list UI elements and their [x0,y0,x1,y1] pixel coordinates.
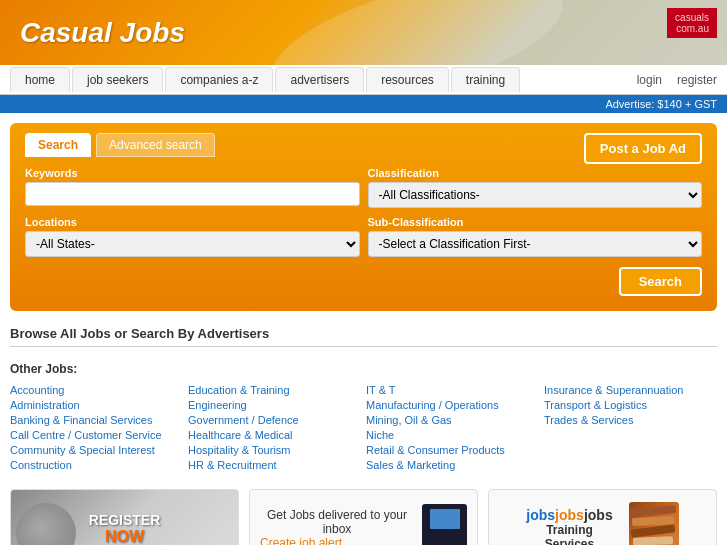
sidebar-item-companies-az[interactable]: companies a-z [165,67,273,92]
search-container: Search Advanced search Post a Job Ad Key… [10,123,717,311]
locations-select[interactable]: -All States- [25,231,360,257]
jobs-columns: Accounting Administration Banking & Fina… [10,384,717,474]
training-banner[interactable]: jobsjobsjobs Training Services [488,489,717,545]
keywords-field-group: Keywords [25,167,360,208]
site-title: Casual Jobs [20,17,185,49]
locations-field-group: Locations -All States- [25,216,360,257]
create-job-alert-link[interactable]: Create job alert [260,536,342,545]
keywords-input[interactable] [25,182,360,206]
job-link[interactable]: IT & T [366,384,539,396]
register-banner[interactable]: REGISTER NOW [10,489,239,545]
job-link[interactable]: Trades & Services [544,414,717,426]
login-link[interactable]: login [637,73,662,87]
monitor-screen [430,509,460,529]
job-link[interactable]: HR & Recruitment [188,459,361,471]
training-logo-text: jobsjobsjobs Training Services [526,507,612,545]
register-banner-text: REGISTER NOW [89,512,161,545]
job-link[interactable]: Administration [10,399,183,411]
book-2 [631,515,673,525]
book-1 [630,505,676,517]
browse-section: Browse All Jobs or Search By Advertisers… [10,326,717,474]
job-column-4: Insurance & Superannuation Transport & L… [544,384,717,474]
job-link[interactable]: Government / Defence [188,414,361,426]
register-link[interactable]: register [677,73,717,87]
job-column-1: Accounting Administration Banking & Fina… [10,384,183,474]
job-link[interactable]: Niche [366,429,539,441]
classification-label: Classification [368,167,703,179]
subclassification-field-group: Sub-Classification -Select a Classificat… [368,216,703,257]
classification-field-group: Classification -All Classifications- [368,167,703,208]
job-link[interactable]: Hospitality & Tourism [188,444,361,456]
job-link[interactable]: Retail & Consumer Products [366,444,539,456]
banners-section: REGISTER NOW Get Jobs delivered to your … [10,489,717,545]
main-nav: home job seekers companies a-z advertise… [0,65,727,95]
site-logo: casuals com.au [667,8,717,38]
job-link[interactable]: Community & Special Interest [10,444,183,456]
job-link[interactable]: Accounting [10,384,183,396]
job-alert-text-area: Get Jobs delivered to your inbox Create … [260,508,414,545]
nav-auth: login register [637,73,717,87]
job-link[interactable]: Engineering [188,399,361,411]
job-link[interactable]: Construction [10,459,183,471]
sidebar-item-resources[interactable]: resources [366,67,449,92]
job-link[interactable]: Insurance & Superannuation [544,384,717,396]
job-link[interactable]: Transport & Logistics [544,399,717,411]
monitor-icon [422,504,467,545]
sidebar-item-home[interactable]: home [10,67,70,92]
main-content: Search Advanced search Post a Job Ad Key… [0,113,727,545]
locations-label: Locations [25,216,360,228]
subclassification-select[interactable]: -Select a Classification First- [368,231,703,257]
sidebar-item-job-seekers[interactable]: job seekers [72,67,163,92]
classification-select[interactable]: -All Classifications- [368,182,703,208]
tab-search[interactable]: Search [25,133,91,157]
job-link[interactable]: Banking & Financial Services [10,414,183,426]
job-link[interactable]: Manufacturing / Operations [366,399,539,411]
job-alert-text: Get Jobs delivered to your inbox [260,508,414,536]
job-alert-banner: Get Jobs delivered to your inbox Create … [249,489,478,545]
search-btn-row: Search [25,267,702,296]
job-link[interactable]: Healthcare & Medical [188,429,361,441]
search-fields: Keywords Classification -All Classificat… [25,167,702,296]
sidebar-item-advertisers[interactable]: advertisers [275,67,364,92]
globe-decoration [16,503,76,545]
browse-title: Browse All Jobs or Search By Advertisers [10,326,717,347]
job-column-2: Education & Training Engineering Governm… [188,384,361,474]
books-icon [629,502,679,546]
book-4 [633,536,673,545]
job-link[interactable]: Sales & Marketing [366,459,539,471]
job-column-3: IT & T Manufacturing / Operations Mining… [366,384,539,474]
tab-advanced-search[interactable]: Advanced search [96,133,215,157]
job-link[interactable]: Call Centre / Customer Service [10,429,183,441]
post-job-button[interactable]: Post a Job Ad [584,133,702,164]
subclassification-label: Sub-Classification [368,216,703,228]
nav-items: home job seekers companies a-z advertise… [10,67,637,92]
sidebar-item-training[interactable]: training [451,67,520,92]
job-link[interactable]: Mining, Oil & Gas [366,414,539,426]
site-header: Casual Jobs casuals com.au [0,0,727,65]
search-button[interactable]: Search [619,267,702,296]
keywords-label: Keywords [25,167,360,179]
other-jobs-title: Other Jobs: [10,362,717,376]
advertise-bar: Advertise: $140 + GST [0,95,727,113]
job-link[interactable]: Education & Training [188,384,361,396]
book-3 [630,524,675,537]
